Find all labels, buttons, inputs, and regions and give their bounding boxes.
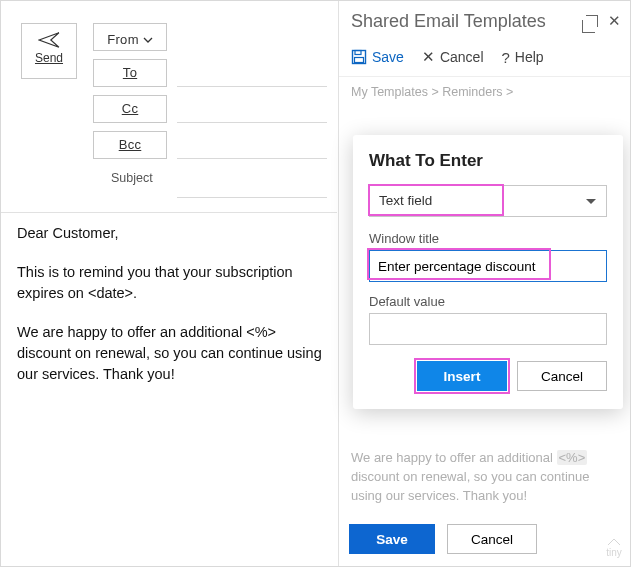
toolbar-save[interactable]: Save [351, 49, 404, 65]
popout-icon[interactable] [586, 15, 598, 27]
pane-cancel-button[interactable]: Cancel [447, 524, 537, 554]
toolbar-cancel-label: Cancel [440, 49, 484, 65]
help-icon: ? [502, 49, 510, 66]
crumb-sep1: > [431, 85, 438, 99]
toolbar-save-label: Save [372, 49, 404, 65]
cc-button[interactable]: Cc [93, 95, 167, 123]
body-p1: This is to remind you that your subscrip… [17, 262, 323, 304]
compose-header: Send From To Cc Bcc Subject [1, 1, 337, 213]
pane-toolbar: Save ✕ Cancel ? Help [339, 40, 631, 77]
bcc-button[interactable]: Bcc [93, 131, 167, 159]
close-icon[interactable]: ✕ [608, 12, 621, 30]
bcc-field-line[interactable] [177, 158, 327, 159]
compose-panel: Send From To Cc Bcc Subject Dear Custome… [1, 1, 337, 566]
chevron-down-icon [143, 37, 153, 43]
insert-button[interactable]: Insert [417, 361, 507, 391]
default-value-input[interactable] [369, 313, 607, 345]
toolbar-cancel[interactable]: ✕ Cancel [422, 48, 484, 66]
crumb-reminders[interactable]: Reminders [442, 85, 502, 99]
send-button[interactable]: Send [21, 23, 77, 79]
to-field-line[interactable] [177, 86, 327, 87]
body-p2: We are happy to offer an additional <%> … [17, 322, 323, 385]
window-title-input[interactable] [369, 250, 607, 282]
preview-placeholder: <%> [557, 450, 588, 465]
svg-rect-1 [355, 51, 361, 55]
chevron-down-icon [586, 199, 596, 204]
to-button[interactable]: To [93, 59, 167, 87]
send-icon [38, 31, 60, 49]
watermark: tiny [606, 537, 622, 558]
cc-label: Cc [122, 101, 139, 116]
to-label: To [123, 65, 137, 80]
pane-save-button[interactable]: Save [349, 524, 435, 554]
dialog-title: What To Enter [369, 151, 607, 171]
subject-label: Subject [111, 171, 153, 185]
from-label: From [107, 32, 139, 47]
save-icon [351, 49, 367, 65]
field-type-value: Text field [370, 186, 441, 215]
dialog-cancel-button[interactable]: Cancel [517, 361, 607, 391]
cancel-icon: ✕ [422, 48, 435, 66]
from-button[interactable]: From [93, 23, 167, 51]
pane-save-label: Save [376, 532, 408, 547]
toolbar-help[interactable]: ? Help [502, 49, 544, 66]
crumb-templates[interactable]: My Templates [351, 85, 428, 99]
svg-rect-2 [355, 58, 364, 63]
greeting: Dear Customer, [17, 223, 323, 244]
window-title-label: Window title [369, 231, 607, 246]
preview-post: discount on renewal, so you can continue… [351, 469, 590, 503]
email-body[interactable]: Dear Customer, This is to remind you tha… [17, 223, 323, 403]
subject-field-line[interactable] [177, 197, 327, 198]
what-to-enter-dialog: What To Enter Text field Window title De… [353, 135, 623, 409]
preview-pre: We are happy to offer an additional [351, 450, 557, 465]
crumb-sep2: > [506, 85, 513, 99]
pane-bottom-actions: Save Cancel [349, 524, 537, 554]
cc-field-line[interactable] [177, 122, 327, 123]
toolbar-help-label: Help [515, 49, 544, 65]
default-value-label: Default value [369, 294, 607, 309]
breadcrumb: My Templates > Reminders > [339, 77, 631, 103]
send-label: Send [22, 51, 76, 65]
field-type-select[interactable]: Text field [369, 185, 607, 217]
insert-label: Insert [444, 369, 481, 384]
bcc-label: Bcc [119, 137, 142, 152]
preview-tail: We are happy to offer an additional <%> … [351, 449, 617, 506]
